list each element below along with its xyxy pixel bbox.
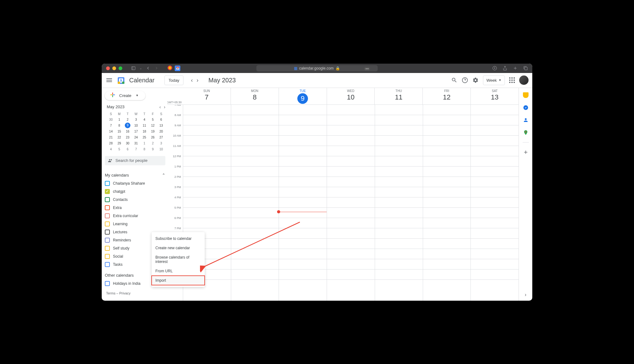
mini-day[interactable]: 11 (140, 123, 149, 129)
mini-day[interactable]: 3 (132, 117, 140, 123)
hour-cell[interactable] (231, 218, 279, 228)
hour-cell[interactable] (471, 167, 519, 177)
hour-cell[interactable] (279, 115, 327, 125)
hour-cell[interactable] (327, 197, 375, 208)
day-column[interactable] (279, 105, 327, 301)
calendar-item[interactable]: Learning (105, 220, 165, 228)
tab-icon[interactable] (168, 66, 172, 70)
calendar-item[interactable]: Extra curricular (105, 212, 165, 220)
hour-cell[interactable] (423, 125, 471, 136)
add-addon-icon[interactable] (523, 149, 529, 155)
hour-cell[interactable] (375, 187, 423, 197)
mini-day[interactable]: 24 (132, 134, 140, 140)
mini-day[interactable]: 16 (124, 129, 132, 134)
hour-cell[interactable] (375, 228, 423, 239)
mini-day[interactable]: 3 (157, 140, 165, 146)
mini-day[interactable]: 14 (107, 129, 115, 134)
hour-cell[interactable] (231, 156, 279, 167)
hour-cell[interactable] (375, 208, 423, 218)
menu-item-from-url[interactable]: From URL (152, 266, 205, 276)
day-number[interactable]: 11 (375, 93, 422, 101)
hour-cell[interactable] (375, 218, 423, 228)
hour-cell[interactable] (471, 269, 519, 280)
hour-cell[interactable] (471, 228, 519, 239)
menu-item-subscribe-to-calendar[interactable]: Subscribe to calendar (152, 234, 205, 243)
hour-cell[interactable] (279, 156, 327, 167)
hour-cell[interactable] (375, 167, 423, 177)
hour-cell[interactable] (471, 136, 519, 146)
mini-day[interactable]: 2 (124, 117, 132, 123)
day-column[interactable] (471, 105, 519, 301)
hour-cell[interactable] (423, 269, 471, 280)
hour-cell[interactable] (471, 197, 519, 208)
hour-cell[interactable] (327, 167, 375, 177)
hour-cell[interactable] (183, 115, 231, 125)
mini-day[interactable]: 26 (149, 134, 157, 140)
hour-cell[interactable] (231, 208, 279, 218)
share-icon[interactable] (503, 66, 507, 70)
hour-cell[interactable] (423, 167, 471, 177)
hour-cell[interactable] (375, 197, 423, 208)
mini-day[interactable]: 7 (107, 123, 115, 129)
terms-link[interactable]: Terms (106, 291, 115, 295)
hour-cell[interactable] (183, 156, 231, 167)
hour-cell[interactable] (327, 125, 375, 136)
hour-cell[interactable] (471, 218, 519, 228)
hour-cell[interactable] (327, 218, 375, 228)
mini-day[interactable]: 10 (157, 146, 165, 152)
hour-cell[interactable] (423, 136, 471, 146)
mini-day[interactable]: 10 (132, 123, 140, 129)
hour-cell[interactable] (279, 197, 327, 208)
checkbox[interactable] (105, 213, 110, 218)
hour-cell[interactable] (423, 239, 471, 249)
mini-day[interactable]: 25 (140, 134, 149, 140)
hour-cell[interactable] (327, 239, 375, 249)
day-number[interactable]: 8 (231, 93, 279, 101)
day-header[interactable]: WED10 (327, 88, 375, 104)
checkbox[interactable] (105, 230, 110, 235)
today-button[interactable]: Today (164, 75, 183, 85)
hour-cell[interactable] (231, 167, 279, 177)
mini-day[interactable]: 23 (124, 134, 132, 140)
mini-day[interactable]: 17 (132, 129, 140, 134)
mini-day[interactable]: 29 (115, 140, 124, 146)
hour-cell[interactable] (231, 177, 279, 187)
day-number[interactable]: 13 (471, 93, 519, 101)
hour-cell[interactable] (375, 125, 423, 136)
hour-cell[interactable] (375, 146, 423, 156)
mini-day[interactable]: 28 (107, 140, 115, 146)
day-column[interactable] (327, 105, 375, 301)
hour-cell[interactable] (279, 105, 327, 115)
my-calendars-toggle[interactable]: My calendars ⌃ (105, 171, 165, 179)
hour-cell[interactable] (279, 136, 327, 146)
hour-cell[interactable] (471, 259, 519, 269)
day-header[interactable]: SAT13 (471, 88, 519, 104)
hour-cell[interactable] (423, 249, 471, 259)
download-icon[interactable] (492, 66, 497, 70)
day-column[interactable] (375, 105, 423, 301)
hour-cell[interactable] (231, 197, 279, 208)
avatar[interactable] (519, 75, 529, 85)
hour-cell[interactable] (183, 125, 231, 136)
hour-cell[interactable] (231, 105, 279, 115)
hour-cell[interactable] (471, 239, 519, 249)
tasks-icon[interactable] (523, 105, 529, 110)
hour-cell[interactable] (327, 208, 375, 218)
new-tab-icon[interactable] (513, 66, 518, 70)
hour-cell[interactable] (279, 208, 327, 218)
day-number[interactable]: 10 (327, 93, 375, 101)
mini-day[interactable]: 22 (115, 134, 124, 140)
menu-item-import[interactable]: Import (152, 276, 205, 285)
hour-cell[interactable] (423, 187, 471, 197)
hour-cell[interactable] (279, 249, 327, 259)
hour-cell[interactable] (279, 228, 327, 239)
checkbox[interactable] (105, 205, 110, 210)
hour-cell[interactable] (423, 105, 471, 115)
back-icon[interactable] (146, 66, 150, 70)
hour-cell[interactable] (183, 218, 231, 228)
hour-cell[interactable] (471, 115, 519, 125)
mini-day[interactable]: 5 (149, 117, 157, 123)
hour-cell[interactable] (279, 239, 327, 249)
calendar-item[interactable]: chatgpt (105, 187, 165, 196)
keep-icon[interactable] (523, 92, 529, 98)
